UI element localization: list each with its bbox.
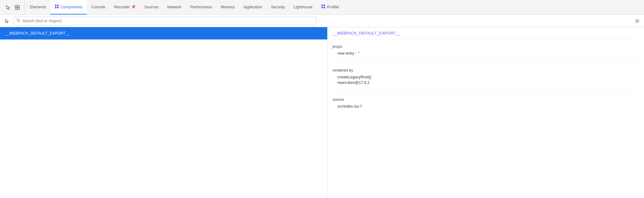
tab-recorder-label: Recorder [114,5,130,9]
tab-console[interactable]: Console [87,0,110,14]
props-entry-0: new entry : "" [333,51,639,56]
rendered-by-entry-1: react-dom@17.0.2 [333,80,639,85]
components-toolbar [0,15,644,27]
tab-memory[interactable]: Memory [217,0,239,14]
svg-rect-7 [57,7,59,8]
component-tree-panel: __WEBPACK_DEFAULT_EXPORT__ [0,27,328,198]
tab-components[interactable]: Components [50,0,87,14]
svg-rect-4 [55,5,57,6]
svg-rect-8 [321,5,323,6]
tab-sources[interactable]: Sources [140,0,163,14]
tab-profiler-label: Profiler [327,5,339,9]
main-content: __WEBPACK_DEFAULT_EXPORT__ __WEBPACK_DEF… [0,27,644,198]
tab-application[interactable]: Application [239,0,267,14]
rendered-by-title: rendered by [333,68,639,72]
source-section-title: source [333,97,639,102]
svg-rect-6 [55,7,57,8]
tab-performance[interactable]: Performance [186,0,217,14]
source-entry-0: src/index.tsx:7 [333,104,639,109]
prop-value: "" [358,51,361,56]
component-details-panel: __WEBPACK_DEFAULT_EXPORT__ props new ent… [328,27,644,198]
source-section: source src/index.tsx:7 [333,97,639,115]
tab-elements[interactable]: Elements [26,0,50,14]
settings-button[interactable] [633,17,642,25]
search-icon [16,19,20,23]
tab-security-label: Security [271,5,285,9]
select-component-icon[interactable] [2,17,11,25]
props-section-title: props [333,44,639,49]
component-title: __WEBPACK_DEFAULT_EXPORT__ [333,31,639,39]
svg-point-14 [637,20,638,22]
tab-elements-label: Elements [30,5,46,9]
rendered-by-value-0: createLegacyRoot() [337,75,371,79]
tab-components-label: Components [61,5,83,9]
svg-rect-2 [15,8,17,10]
tab-lighthouse-label: Lighthouse [294,5,312,9]
devtools-icons [1,0,24,14]
rendered-by-value-1: react-dom@17.0.2 [337,80,370,85]
svg-rect-3 [18,8,19,10]
components-icon [55,4,59,10]
tab-recorder[interactable]: Recorder 📌 [110,0,140,14]
tab-network-label: Network [167,5,181,9]
prop-key: new entry [337,51,354,56]
search-container [14,17,316,25]
tab-bar: Elements Components Console Recorder 📌 S… [0,0,644,15]
component-name: __WEBPACK_DEFAULT_EXPORT__ [5,31,70,35]
tab-sources-label: Sources [144,5,159,9]
svg-rect-10 [321,7,323,8]
rendered-by-section: rendered by createLegacyRoot() react-dom… [333,68,639,91]
inspect-icon[interactable] [13,3,22,12]
tab-console-label: Console [91,5,105,9]
tab-network[interactable]: Network [163,0,186,14]
rendered-by-entry-0: createLegacyRoot() [333,75,639,79]
svg-line-13 [19,21,20,22]
svg-point-12 [17,19,19,21]
svg-rect-11 [324,7,325,8]
tab-application-label: Application [244,5,262,9]
tab-performance-label: Performance [190,5,212,9]
cursor-icon[interactable] [4,3,12,12]
recorder-pin-icon: 📌 [131,5,136,9]
source-value-0: src/index.tsx:7 [337,104,362,109]
prop-colon: : [355,51,356,56]
component-row[interactable]: __WEBPACK_DEFAULT_EXPORT__ [0,27,327,39]
profiler-icon [321,4,325,10]
tab-lighthouse[interactable]: Lighthouse [289,0,317,14]
tab-profiler[interactable]: Profiler [317,0,344,14]
svg-rect-0 [15,5,17,7]
props-section: props new entry : "" [333,44,639,62]
tab-memory-label: Memory [221,5,235,9]
svg-rect-5 [57,5,59,6]
search-input[interactable] [22,19,314,23]
svg-rect-1 [18,5,19,7]
tab-security[interactable]: Security [267,0,289,14]
svg-rect-9 [324,5,325,6]
